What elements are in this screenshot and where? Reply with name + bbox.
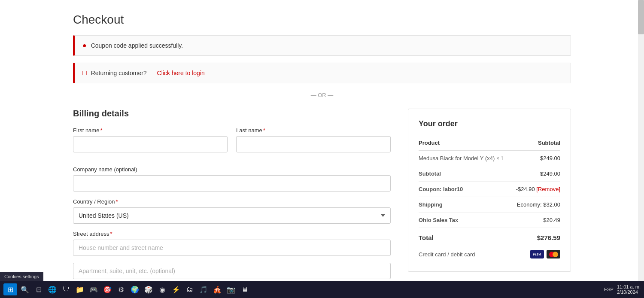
last-name-label: Last name* — [236, 127, 391, 134]
payment-row: Credit card / debit card VISA — [419, 246, 560, 263]
coupon-value: -$24.90 [Remove] — [512, 182, 560, 197]
subtotal-value: $249.00 — [512, 166, 560, 182]
returning-text: Returning customer? — [91, 70, 147, 76]
total-value: $276.59 — [512, 228, 560, 246]
success-icon: ● — [82, 42, 87, 49]
company-name-input[interactable] — [73, 175, 391, 192]
product-name: Medusa Black for Model Y (x4) × 1 — [419, 151, 512, 166]
coupon-success-alert: ● Coupon code applied successfully. — [73, 35, 571, 56]
chrome-icon[interactable]: ◉ — [156, 283, 168, 295]
subtotal-row: Subtotal $249.00 — [419, 166, 560, 182]
app-icon-5[interactable]: ⚡ — [170, 283, 182, 295]
browser-icon-2[interactable]: 🛡 — [60, 283, 72, 295]
name-row: First name* Last name* — [73, 127, 391, 159]
coupon-label: Coupon: labor10 — [419, 182, 512, 197]
tax-label: Ohio Sales Tax — [419, 213, 512, 228]
app-icon-7[interactable]: 🎵 — [197, 283, 210, 295]
app-icon-9[interactable]: 📷 — [225, 283, 237, 295]
app-icon-2[interactable]: ⚙ — [115, 283, 127, 295]
street-address2-group — [73, 263, 391, 279]
search-taskbar-icon[interactable]: 🔍 — [19, 283, 31, 295]
last-name-input[interactable] — [236, 136, 391, 152]
app-icon-6[interactable]: 🗂 — [184, 283, 196, 295]
subtotal-col-header: Subtotal — [512, 135, 560, 151]
steam-icon[interactable]: 🎮 — [88, 283, 100, 295]
tax-value: $20.49 — [512, 213, 560, 228]
last-name-group: Last name* — [236, 127, 391, 152]
subtotal-label: Subtotal — [419, 166, 512, 182]
or-divider: — OR — — [73, 92, 571, 98]
payment-label: Credit card / debit card — [419, 246, 512, 263]
shipping-value: Economy: $32.00 — [512, 197, 560, 213]
start-button[interactable]: ⊞ — [3, 283, 17, 295]
cookies-settings-bar[interactable]: Cookies settings — [0, 272, 43, 281]
company-name-group: Company name (optional) — [73, 166, 391, 192]
first-name-group: First name* — [73, 127, 228, 152]
taskview-icon[interactable]: ⊡ — [33, 283, 45, 295]
mastercard-icon — [547, 250, 560, 258]
street-address-input[interactable] — [73, 240, 391, 256]
shipping-label: Shipping — [419, 197, 512, 213]
product-col-header: Product — [419, 135, 512, 151]
total-row: Total $276.59 — [419, 228, 560, 246]
country-region-group: Country / Region* United States (US) — [73, 198, 391, 224]
country-region-select[interactable]: United States (US) — [73, 207, 391, 224]
coupon-success-message: Coupon code applied successfully. — [91, 42, 183, 49]
order-table: Product Subtotal Medusa Black for Model … — [419, 135, 560, 263]
country-region-label: Country / Region* — [73, 198, 391, 205]
billing-title: Billing details — [73, 109, 391, 119]
payment-icons-cell: VISA — [512, 246, 560, 263]
returning-customer-alert: □ Returning customer? Click here to logi… — [73, 63, 571, 83]
first-name-label: First name* — [73, 127, 228, 134]
coupon-row: Coupon: labor10 -$24.90 [Remove] — [419, 182, 560, 197]
shipping-row: Shipping Economy: $32.00 — [419, 197, 560, 213]
tax-row: Ohio Sales Tax $20.49 — [419, 213, 560, 228]
login-link[interactable]: Click here to login — [157, 70, 205, 76]
scrollbar[interactable] — [638, 0, 644, 281]
page-title: Checkout — [73, 13, 571, 27]
billing-section: Billing details First name* Last name* — [73, 109, 391, 298]
order-product-row: Medusa Black for Model Y (x4) × 1 $249.0… — [419, 151, 560, 166]
app-icon-4[interactable]: 🎲 — [143, 283, 155, 295]
product-price: $249.00 — [512, 151, 560, 166]
company-name-label: Company name (optional) — [73, 166, 391, 173]
app-icon-3[interactable]: 🌍 — [129, 283, 141, 295]
street-address-label: Street address* — [73, 231, 391, 237]
first-name-input[interactable] — [73, 136, 228, 152]
coupon-remove-link[interactable]: [Remove] — [536, 186, 560, 192]
browser-icon-1[interactable]: 🌐 — [46, 283, 58, 295]
app-icon-10[interactable]: 🖥 — [239, 283, 251, 295]
taskbar: ⊞ 🔍 ⊡ 🌐 🛡 📁 🎮 🎯 ⚙ 🌍 🎲 ◉ ⚡ 🗂 🎵 🎪 📷 🖥 ESP … — [0, 281, 644, 298]
visa-icon: VISA — [530, 250, 544, 258]
app-icon-1[interactable]: 🎯 — [101, 283, 113, 295]
files-icon[interactable]: 📁 — [74, 283, 86, 295]
street-address-group: Street address* — [73, 231, 391, 256]
taskbar-right: ESP 11:01 a. m. 2/10/2024 — [604, 284, 641, 295]
total-label: Total — [419, 228, 512, 246]
order-summary: Your order Product Subtotal Medusa Black… — [408, 109, 571, 272]
info-icon: □ — [82, 69, 87, 77]
lang-indicator: ESP — [604, 287, 614, 292]
clock: 11:01 a. m. 2/10/2024 — [617, 284, 641, 295]
app-icon-8[interactable]: 🎪 — [211, 283, 223, 295]
order-title: Your order — [419, 119, 560, 128]
street-address2-input[interactable] — [73, 263, 391, 279]
